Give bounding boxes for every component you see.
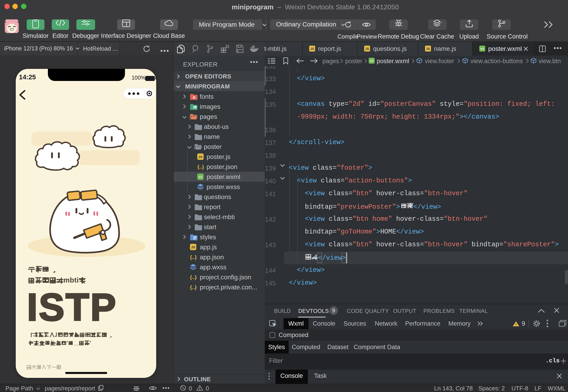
svg-text:<>: <>: [198, 175, 203, 179]
svg-text:!: !: [515, 322, 517, 326]
svg-text:JS: JS: [310, 47, 314, 51]
svg-text:{..}: {..}: [190, 284, 197, 290]
svg-text:{..}: {..}: [190, 274, 197, 280]
svg-text:<>: <>: [370, 59, 374, 63]
svg-text:{..}: {..}: [197, 164, 204, 170]
svg-text:JS: JS: [426, 47, 430, 51]
svg-text:{..}: {..}: [190, 254, 197, 260]
svg-text:JS: JS: [198, 155, 203, 159]
svg-text:<>: <>: [480, 47, 484, 51]
svg-text:JS: JS: [191, 245, 195, 249]
svg-text:A: A: [193, 96, 195, 99]
svg-text:JS: JS: [365, 47, 369, 51]
